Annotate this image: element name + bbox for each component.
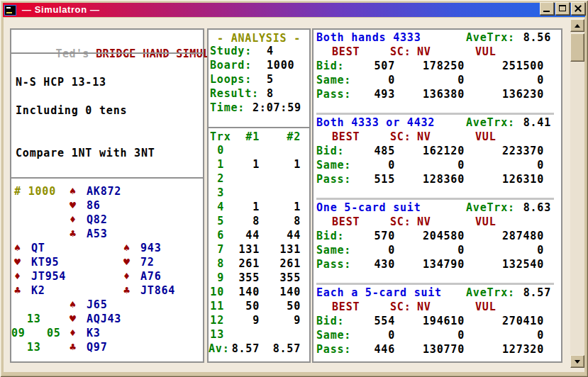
south-hearts: AQJ43 — [87, 312, 121, 326]
avetrx-value: 8.56 — [523, 30, 551, 45]
stat-study: Study: 4 — [209, 44, 309, 58]
east-clubs: JT864 — [140, 283, 175, 298]
hcp-west: 09 — [11, 326, 26, 340]
trx-label: 4 — [210, 200, 224, 214]
analysis-panel: - ANALYSIS - Study: 4 Board: 1000 Loops:… — [207, 28, 311, 363]
col-nv: NV — [417, 130, 431, 144]
trx-count-2: 131 — [280, 242, 301, 257]
trx-label: 3 — [210, 186, 224, 200]
spade-icon: ♠ — [70, 298, 77, 312]
spade-icon: ♠ — [14, 241, 21, 255]
trx-header-row: Trx #1 #2 — [209, 130, 309, 144]
stat-label: Time: — [210, 101, 245, 115]
trx-count-2: 140 — [280, 285, 301, 299]
vertical-scrollbar[interactable] — [570, 19, 584, 368]
criteria-compare: Compare 1NT with 3NT — [16, 146, 155, 160]
trx-count-2: 8 — [294, 214, 301, 228]
south-spades: J65 — [87, 298, 108, 312]
diamond-icon: ♦ — [123, 269, 131, 283]
west-hearts: KT95 — [31, 255, 59, 269]
avetrx-label: AveTrx: — [466, 286, 515, 300]
trx-row: 10140140 — [209, 285, 309, 299]
average-2: 8.57 — [273, 342, 301, 356]
stat-value: 4 — [267, 44, 274, 58]
north-spades: AK872 — [87, 184, 121, 198]
col-vul: VUL — [475, 215, 497, 229]
trx-row: 7131131 — [209, 242, 309, 257]
south-clubs: Q97 — [87, 340, 108, 354]
stat-loops: Loops: 5 — [209, 72, 309, 86]
criteria-hcp: N-S HCP 13-13 — [16, 75, 106, 89]
trx-row: 411 — [209, 200, 309, 214]
trx-count-1: 44 — [245, 228, 260, 242]
heart-icon: ♥ — [70, 198, 77, 213]
scroll-down-button[interactable] — [570, 355, 584, 368]
same-row: Same:000 — [314, 243, 561, 257]
deal-row: 13 ♣ Q97 — [11, 340, 203, 354]
maximize-icon — [559, 5, 566, 11]
pass-row: Pass:430134790132540 — [314, 257, 561, 271]
pass-row: Pass:515128360126310 — [314, 172, 561, 186]
board-number: # 1000 — [14, 184, 56, 198]
col-vul: VUL — [475, 300, 497, 314]
same-row: Same:000 — [314, 328, 561, 342]
divider — [209, 127, 309, 128]
trx-label: 7 — [210, 242, 224, 257]
stat-value: 1000 — [267, 58, 294, 72]
trx-label: 12 — [210, 313, 224, 327]
diamond-icon: ♦ — [14, 269, 21, 283]
west-diamonds: JT954 — [31, 269, 66, 283]
trx-label: 9 — [210, 271, 224, 285]
club-icon: ♣ — [14, 283, 21, 298]
north-hearts: 86 — [87, 198, 101, 213]
trx-count-1: 261 — [239, 257, 260, 271]
spade-icon: ♠ — [70, 184, 77, 198]
trx-row: 588 — [209, 214, 309, 228]
col-sc: SC: — [390, 45, 411, 59]
stat-label: Result: — [210, 86, 259, 101]
stat-value: 2:07:59 — [253, 101, 301, 115]
trx-label: 0 — [210, 143, 224, 157]
scroll-up-button[interactable] — [570, 19, 584, 32]
simulatron-window: — Simulatron — Ted's BRIDGE HAND SIMULAT… — [0, 0, 588, 377]
trx-header: Trx — [210, 130, 231, 144]
minimize-button[interactable] — [540, 2, 554, 15]
diamond-icon: ♦ — [70, 326, 77, 340]
bid-row: Bid:485162120223370 — [314, 144, 561, 158]
scrollbar-thumb[interactable] — [570, 33, 584, 62]
trx-header-2: #2 — [287, 130, 301, 144]
ms-dos-app-icon[interactable] — [4, 5, 16, 16]
trx-label: 5 — [210, 214, 224, 228]
avetrx-value: 8.63 — [523, 201, 551, 215]
bid-row: Bid:570204580287480 — [314, 229, 561, 243]
heart-icon: ♥ — [70, 312, 77, 326]
club-icon: ♣ — [70, 227, 77, 241]
brand-prefix: Ted's — [56, 47, 89, 60]
close-button[interactable] — [571, 2, 585, 15]
maximize-button[interactable] — [555, 2, 570, 15]
result-section-each-5card: Each a 5-card suit AveTrx: 8.57 BEST SC:… — [314, 285, 561, 370]
trx-row: 1299 — [209, 313, 309, 327]
north-clubs: A53 — [87, 227, 108, 241]
trx-label: 1 — [210, 157, 224, 171]
trx-count-1: 131 — [239, 242, 260, 257]
trx-row: 111 — [209, 157, 309, 171]
stat-board: Board: 1000 — [209, 58, 309, 72]
trx-count-1: 140 — [239, 285, 260, 299]
deal-row: # 1000 ♠ AK872 — [11, 184, 203, 198]
avetrx-label: AveTrx: — [466, 116, 515, 130]
titlebar[interactable]: — Simulatron — — [3, 3, 585, 17]
trx-header-1: #1 — [245, 130, 260, 144]
result-section-one-5card: One 5-card suit AveTrx: 8.63 BEST SC: NV… — [314, 200, 561, 285]
col-best: BEST — [332, 130, 360, 144]
trx-row: 115050 — [209, 299, 309, 313]
analysis-header: - ANALYSIS - — [209, 31, 309, 45]
west-clubs: K2 — [31, 283, 45, 298]
pass-row: Pass:493136380136230 — [314, 87, 561, 101]
criteria-tens: Including 0 tens — [16, 103, 127, 118]
east-hearts: 72 — [140, 255, 155, 269]
section-title: Both 4333 or 4432 — [316, 116, 435, 130]
trx-count-2: 1 — [294, 200, 301, 214]
deal-row: ♦ JT954 ♦ A76 — [11, 269, 203, 283]
trx-count-1: 1 — [253, 200, 260, 214]
